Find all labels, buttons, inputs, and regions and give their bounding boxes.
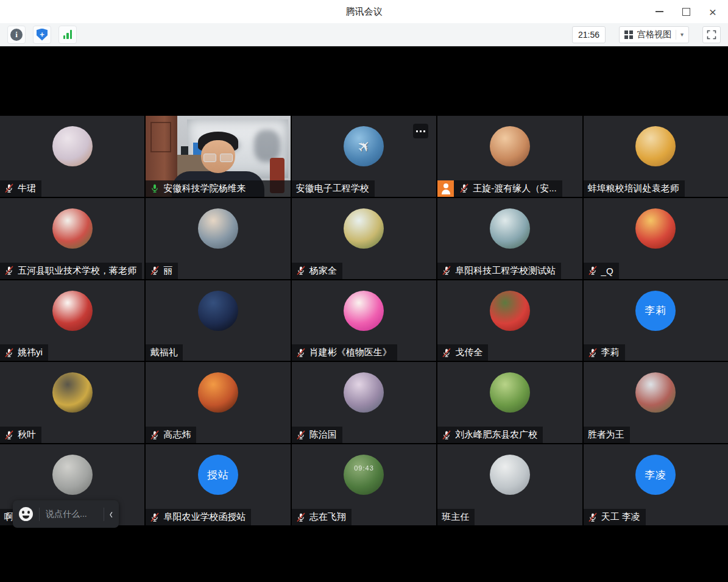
avatar <box>52 208 93 249</box>
participant-tile[interactable]: 胜者为王 <box>584 362 728 443</box>
participant-tile[interactable]: 陈治国 <box>292 362 436 443</box>
participant-name: 戈传全 <box>455 347 482 358</box>
view-mode-selector[interactable]: 宫格视图 ▾ <box>619 26 689 43</box>
mic-muted-icon <box>442 430 451 440</box>
participant-name-tag: 牛珺 <box>0 180 41 197</box>
avatar: ✈ <box>344 126 384 166</box>
glasses <box>203 154 233 161</box>
avatar <box>490 372 530 413</box>
participant-tile[interactable]: 蚌埠粮校培训处袁老师 <box>584 116 728 197</box>
chat-quick-bar: 说点什么... ‹ <box>13 500 119 528</box>
participant-tile[interactable]: 授站阜阳农业学校函授站 <box>146 444 290 525</box>
fullscreen-button[interactable] <box>702 26 721 43</box>
participant-tile[interactable]: 班主任 <box>437 444 582 525</box>
participant-name: 戴福礼 <box>150 347 177 358</box>
participant-name: 志在飞翔 <box>309 511 346 523</box>
participant-name: 李莉 <box>601 347 620 358</box>
avatar <box>198 372 238 413</box>
mic-muted-icon <box>588 513 598 522</box>
mic-muted-icon <box>150 430 160 440</box>
participant-tile[interactable]: 牛珺 <box>0 116 144 197</box>
mic-muted-icon <box>296 430 306 440</box>
participant-name-tag: 秋叶 <box>0 427 41 443</box>
title-bar: 腾讯会议 × <box>0 0 728 23</box>
participant-name-tag: 阜阳农业学校函授站 <box>146 509 251 525</box>
participant-name-tag: 班主任 <box>437 509 475 525</box>
participant-name: 五河县职业技术学校，蒋老师 <box>18 265 136 277</box>
participant-name-tag: 戈传全 <box>437 344 488 361</box>
chat-input[interactable]: 说点什么... <box>46 509 100 520</box>
jet-icon: ✈ <box>353 135 375 157</box>
close-button[interactable]: × <box>704 3 722 20</box>
network-quality-button[interactable] <box>58 26 77 44</box>
meeting-info-button[interactable]: i <box>7 26 26 44</box>
participant-tile[interactable]: 秋叶 <box>0 362 144 443</box>
participant-tile[interactable]: 安徽科技学院杨维来 <box>146 116 290 197</box>
participant-name-tag: 天工 李凌 <box>584 509 646 525</box>
participant-name-tag: 胜者为王 <box>584 427 630 443</box>
mic-muted-icon <box>588 348 598 358</box>
participant-name-tag: 陈治国 <box>292 427 342 443</box>
participant-name: 秋叶 <box>18 429 36 441</box>
participant-name: 刘永峰肥东县农广校 <box>455 429 537 441</box>
participant-tile[interactable]: 李凌天工 李凌 <box>584 444 728 525</box>
participant-name: 肖建彬《植物医生》 <box>309 347 392 358</box>
participant-tile[interactable]: _Q <box>584 198 728 279</box>
collapse-chevron-icon[interactable]: ‹ <box>110 507 113 520</box>
info-icon: i <box>10 29 23 41</box>
participant-tile[interactable]: 戈传全 <box>437 280 582 361</box>
network-signal-icon <box>63 30 72 39</box>
window-controls: × <box>650 0 722 23</box>
maximize-button[interactable] <box>677 3 695 20</box>
participant-name: 牛珺 <box>18 183 36 194</box>
participant-tile[interactable]: 肖建彬《植物医生》 <box>292 280 436 361</box>
participant-name: 丽 <box>163 265 172 277</box>
participant-tile[interactable]: 高志炜 <box>146 362 290 443</box>
participant-tile[interactable]: 09:43志在飞翔 <box>292 444 436 525</box>
participant-tile[interactable]: 李莉李莉 <box>584 280 728 361</box>
participant-tile[interactable]: 刘永峰肥东县农广校 <box>437 362 582 443</box>
mic-muted-icon <box>588 266 598 275</box>
mic-muted-icon <box>4 266 14 275</box>
host-badge-icon <box>437 180 454 197</box>
participant-tile[interactable]: 杨家全 <box>292 198 436 279</box>
avatar <box>52 126 93 166</box>
avatar <box>344 208 384 249</box>
security-shield-icon: + <box>37 29 48 41</box>
security-button[interactable]: + <box>33 26 51 44</box>
participant-name: 安徽科技学院杨维来 <box>163 183 246 194</box>
avatar: 授站 <box>198 455 238 495</box>
minimize-button[interactable] <box>650 3 668 20</box>
mic-muted-icon <box>442 348 451 358</box>
toolbar-right: 21:56 宫格视图 ▾ <box>572 26 721 43</box>
participant-tile[interactable]: 王旋-渡有缘人（安... <box>437 116 582 197</box>
participant-name: 王旋-渡有缘人（安... <box>473 183 557 194</box>
mic-active-icon <box>150 183 160 193</box>
divider <box>39 508 40 521</box>
participant-name: 胜者为王 <box>588 429 624 441</box>
participant-name-tag: 志在飞翔 <box>292 509 352 525</box>
participant-tile[interactable]: 姚祎yi <box>0 280 144 361</box>
mic-muted-icon <box>4 183 14 193</box>
participant-tile[interactable]: ✈安徽电子工程学校 <box>292 116 436 197</box>
grid-view-icon <box>624 30 633 39</box>
emoji-icon[interactable] <box>19 507 33 521</box>
avatar: 李莉 <box>635 291 676 331</box>
participant-tile[interactable]: 丽 <box>146 198 290 279</box>
mic-muted-icon <box>459 183 469 193</box>
participant-name-tag: 高志炜 <box>146 427 196 443</box>
participant-name: 姚祎yi <box>18 347 43 358</box>
more-options-button[interactable] <box>413 124 428 138</box>
participant-tile[interactable]: 五河县职业技术学校，蒋老师 <box>0 198 144 279</box>
avatar <box>490 455 530 495</box>
participant-name-tag: 安徽科技学院杨维来 <box>146 180 290 197</box>
participant-name-tag: 戴福礼 <box>146 344 183 361</box>
avatar <box>344 372 384 413</box>
participant-name-tag: 肖建彬《植物医生》 <box>292 344 397 361</box>
participant-name: 安徽电子工程学校 <box>296 183 369 194</box>
participant-tile[interactable]: 戴福礼 <box>146 280 290 361</box>
participant-tile[interactable]: 阜阳科技工程学校测试站 <box>437 198 582 279</box>
meeting-timer: 21:56 <box>572 26 606 43</box>
mic-muted-icon <box>296 513 306 522</box>
participant-name-tag: 阜阳科技工程学校测试站 <box>437 263 561 279</box>
